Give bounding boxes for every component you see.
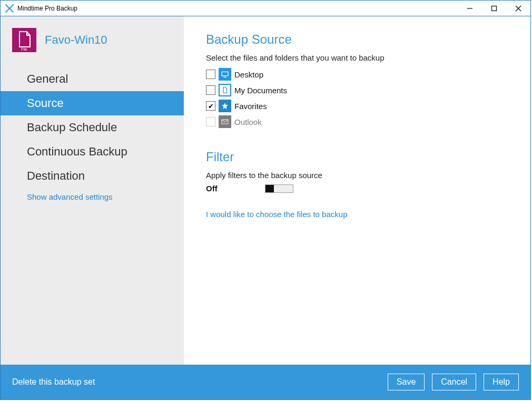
my-documents-checkbox[interactable] <box>206 85 215 95</box>
favorites-checkbox[interactable] <box>206 101 215 111</box>
window-title: Mindtime Pro Backup <box>17 5 77 12</box>
sidebar-item-backup-schedule[interactable]: Backup Schedule <box>1 115 184 140</box>
source-label: Outlook <box>234 118 262 126</box>
toggle-knob <box>265 185 274 192</box>
filter-section: Filter Apply filters to the backup sourc… <box>206 150 508 219</box>
profile-icon-caption: File <box>21 47 27 51</box>
filter-heading: Filter <box>206 150 508 164</box>
app-window: Mindtime Pro Backup File Favo-Win10 Gene <box>0 0 531 400</box>
filter-toggle[interactable] <box>265 184 293 193</box>
star-icon <box>219 100 231 112</box>
body: File Favo-Win10 General Source Backup Sc… <box>1 16 530 365</box>
help-button[interactable]: Help <box>484 374 519 390</box>
sidebar-item-source[interactable]: Source <box>1 91 184 115</box>
close-button[interactable] <box>506 1 530 16</box>
source-label: My Documents <box>234 86 287 95</box>
sidebar-item-general[interactable]: General <box>1 67 184 91</box>
source-list: Desktop My Documents Favorites <box>206 66 508 130</box>
source-label: Desktop <box>234 70 263 79</box>
svg-rect-1 <box>492 6 497 11</box>
app-icon <box>5 4 14 13</box>
main-panel: Backup Source Select the files and folde… <box>184 16 530 365</box>
backup-source-heading: Backup Source <box>206 32 508 47</box>
svg-rect-4 <box>222 72 228 75</box>
titlebar: Mindtime Pro Backup <box>1 1 530 16</box>
maximize-button[interactable] <box>482 1 506 16</box>
backup-source-subheading: Select the files and folders that you wa… <box>206 53 508 62</box>
save-button[interactable]: Save <box>388 374 425 390</box>
source-row-favorites: Favorites <box>206 98 508 114</box>
footer: Delete this backup set Save Cancel Help <box>1 365 530 399</box>
filter-state-label: Off <box>206 184 265 193</box>
outlook-checkbox <box>206 117 215 126</box>
profile-name: Favo-Win10 <box>45 33 107 47</box>
desktop-checkbox[interactable] <box>206 70 215 79</box>
source-row-outlook: Outlook <box>206 114 508 130</box>
file-backup-icon: File <box>12 28 36 52</box>
delete-backup-set-link[interactable]: Delete this backup set <box>12 377 95 387</box>
source-label: Favorites <box>234 102 267 111</box>
filter-subheading: Apply filters to the backup source <box>206 171 508 180</box>
source-row-my-documents: My Documents <box>206 82 508 98</box>
sidebar-nav: General Source Backup Schedule Continuou… <box>1 67 184 201</box>
mail-icon <box>219 115 231 128</box>
choose-files-link[interactable]: I would like to choose the files to back… <box>206 210 508 219</box>
minimize-button[interactable] <box>458 1 482 16</box>
profile-header: File Favo-Win10 <box>1 16 184 56</box>
cancel-button[interactable]: Cancel <box>432 374 476 390</box>
show-advanced-settings-link[interactable]: Show advanced settings <box>1 192 184 201</box>
monitor-icon <box>219 68 231 81</box>
sidebar-item-destination[interactable]: Destination <box>1 164 184 188</box>
sidebar-item-continuous-backup[interactable]: Continuous Backup <box>1 140 184 164</box>
document-icon <box>219 84 231 96</box>
window-controls <box>458 1 530 16</box>
filter-row: Off <box>206 184 508 193</box>
sidebar: File Favo-Win10 General Source Backup Sc… <box>1 16 184 365</box>
source-row-desktop: Desktop <box>206 66 508 82</box>
